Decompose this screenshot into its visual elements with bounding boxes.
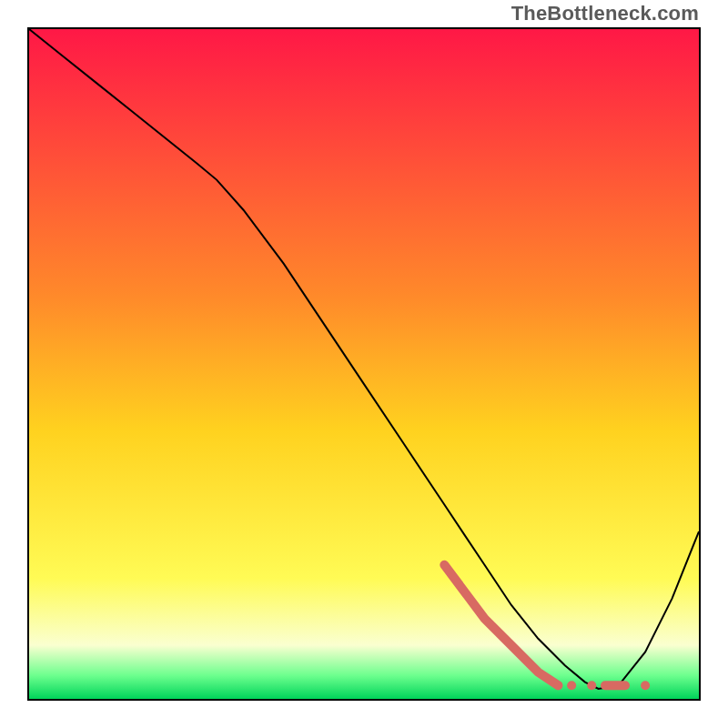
red-dot-2 <box>587 681 596 690</box>
curve-overlay <box>29 29 699 699</box>
plot-area <box>27 27 701 701</box>
watermark-text: TheBottleneck.com <box>511 2 699 25</box>
red-dot-3 <box>641 681 650 690</box>
black-curve <box>29 29 699 689</box>
chart-root: TheBottleneck.com <box>0 0 728 728</box>
red-highlight <box>444 565 558 685</box>
red-dot-1 <box>567 681 576 690</box>
